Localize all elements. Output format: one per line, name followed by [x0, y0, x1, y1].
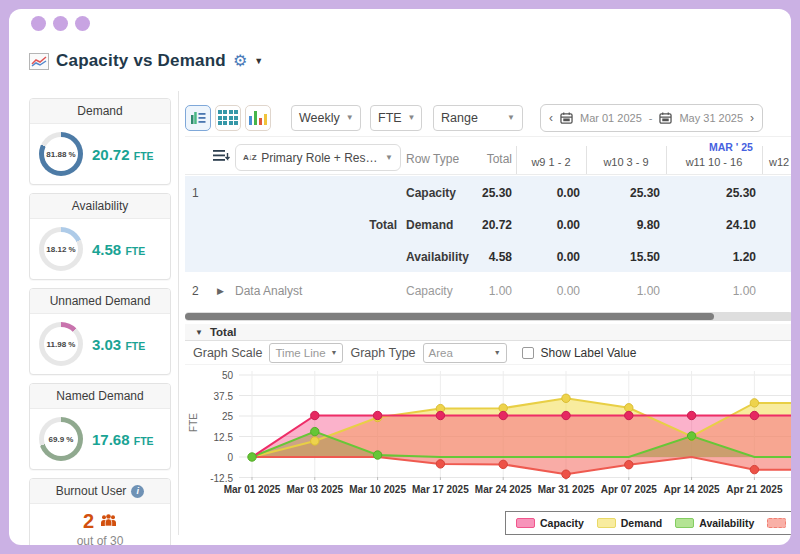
chevron-down-icon: ▼: [331, 349, 338, 356]
table-row[interactable]: 1 Capacity 25.30 0.00 25.30 25.30: [185, 177, 791, 209]
month-group-header: MAR ' 25: [683, 141, 779, 153]
date-from[interactable]: Mar 01 2025: [580, 112, 642, 124]
chart-canvas: [185, 365, 791, 481]
calendar-icon: [659, 112, 672, 124]
y-tick-label: 12.5: [203, 432, 233, 443]
week-header: w10 3 - 9: [586, 156, 666, 168]
week-header: w12: [769, 156, 791, 168]
view-grid-button[interactable]: [215, 105, 241, 131]
window-control-dot[interactable]: [75, 16, 90, 31]
sidebar-divider: [178, 91, 179, 535]
title-dropdown-caret-icon[interactable]: ▼: [254, 56, 263, 66]
metric-card-title: Unnamed Demand: [30, 289, 170, 314]
metric-card-title: Named Demand: [30, 384, 170, 409]
x-tick-label: Mar 03 2025: [280, 484, 350, 495]
show-label-value-checkbox[interactable]: [522, 347, 534, 359]
window-control-dot[interactable]: [53, 16, 68, 31]
range-select[interactable]: Range▼: [433, 105, 523, 131]
chevron-down-icon: ▼: [507, 113, 515, 122]
show-label-value-label: Show Label Value: [541, 346, 637, 360]
graph-scale-label: Graph Scale: [193, 346, 262, 360]
window-controls: [31, 16, 90, 31]
metric-card-named-demand: Named Demand 69.9 % 17.68 FTE: [29, 383, 171, 470]
chevron-down-icon: ▼: [385, 153, 393, 162]
date-to[interactable]: May 31 2025: [679, 112, 743, 124]
table-row[interactable]: Availability 4.58 0.00 15.50 1.20: [185, 241, 791, 273]
table-row[interactable]: 2 ▶ Data Analyst Capacity 1.00 0.00 1.00…: [185, 275, 791, 307]
metric-card-burnout: Burnout User i 2 out of 30: [29, 478, 171, 545]
legend-swatch: [675, 518, 694, 528]
x-tick-label: Mar 01 2025: [217, 484, 287, 495]
period-select[interactable]: Weekly▼: [291, 105, 361, 131]
chevron-down-icon: ▼: [408, 113, 416, 122]
info-icon[interactable]: i: [131, 485, 144, 498]
donut-chart: 81.88 %: [39, 132, 83, 176]
date-separator: -: [649, 112, 653, 124]
metric-card-title: Availability: [30, 194, 170, 219]
toolbar: Weekly▼ FTE▼ Range▼ ‹ Mar 01 2025 - May …: [185, 99, 791, 137]
section-title: Total: [210, 326, 237, 338]
metric-select[interactable]: FTE▼: [370, 105, 422, 131]
horizontal-scrollbar[interactable]: [185, 312, 791, 321]
donut-chart: 69.9 %: [39, 417, 83, 461]
chart-legend: Capacity Demand Availability Shortage: [505, 511, 791, 535]
sort-menu-icon[interactable]: [213, 149, 230, 167]
grid-icon: [218, 110, 239, 125]
x-tick-label: Apr 07 2025: [594, 484, 664, 495]
y-tick-label: 25: [203, 411, 233, 422]
page-title: Capacity vs Demand: [56, 51, 226, 71]
table-header: A↓Z Primary Role + Resource... ▼ Row Typ…: [185, 141, 791, 175]
donut-chart: 18.12 %: [39, 227, 83, 271]
grouping-select[interactable]: A↓Z Primary Role + Resource... ▼: [235, 144, 401, 171]
chevron-down-icon: ▼: [346, 113, 354, 122]
next-range-button[interactable]: ›: [750, 112, 754, 124]
metric-card-title: Burnout User: [56, 484, 127, 498]
expand-row-icon[interactable]: ▶: [217, 286, 224, 296]
x-tick-label: Mar 31 2025: [531, 484, 601, 495]
bar-chart-icon: [249, 110, 268, 125]
column-header-total: Total: [442, 152, 512, 166]
metric-card-title: Demand: [30, 99, 170, 124]
graph-type-label: Graph Type: [350, 346, 415, 360]
prev-range-button[interactable]: ‹: [549, 112, 553, 124]
metric-value: 20.72 FTE: [92, 146, 154, 163]
area-chart: FTE 5037.52512.50-12.5Mar 01 2025Mar 03 …: [185, 365, 791, 505]
x-tick-label: Mar 17 2025: [405, 484, 475, 495]
legend-item-capacity: Capacity: [516, 517, 584, 529]
metric-card-demand: Demand 81.88 % 20.72 FTE: [29, 98, 171, 185]
view-barchart-button[interactable]: [245, 105, 271, 131]
legend-item-demand: Demand: [597, 517, 662, 529]
calendar-icon: [560, 112, 573, 124]
x-tick-label: Apr 21 2025: [719, 484, 789, 495]
legend-item-shortage: Shortage: [767, 517, 791, 529]
table-row[interactable]: Total Demand 20.72 0.00 9.80 24.10: [185, 209, 791, 241]
graph-type-select[interactable]: Area▼: [423, 343, 507, 363]
main-panel: Weekly▼ FTE▼ Range▼ ‹ Mar 01 2025 - May …: [185, 97, 791, 537]
metric-card-unnamed-demand: Unnamed Demand 11.98 % 3.03 FTE: [29, 288, 171, 375]
settings-gear-icon[interactable]: ⚙: [233, 53, 247, 69]
x-tick-label: Mar 10 2025: [343, 484, 413, 495]
metric-value: 4.58 FTE: [92, 241, 145, 258]
burnout-caption: out of 30: [30, 534, 170, 545]
collapse-caret-icon[interactable]: ▼: [195, 328, 203, 337]
view-combo-button[interactable]: [185, 105, 211, 131]
total-section-header[interactable]: ▼ Total: [185, 324, 791, 341]
window-control-dot[interactable]: [31, 16, 46, 31]
sort-az-icon: A↓Z: [243, 153, 256, 162]
y-tick-label: 37.5: [203, 391, 233, 402]
users-icon: [100, 513, 117, 531]
y-tick-label: 0: [203, 452, 233, 463]
graph-scale-select[interactable]: Time Line▼: [269, 343, 343, 363]
metric-value: 3.03 FTE: [92, 336, 145, 353]
scrollbar-thumb[interactable]: [185, 313, 714, 320]
legend-swatch: [597, 518, 616, 528]
titlebar: Capacity vs Demand ⚙ ▼: [29, 51, 263, 71]
graph-controls: Graph Scale Time Line▼ Graph Type Area▼ …: [185, 341, 791, 365]
x-tick-label: Apr 14 2025: [657, 484, 727, 495]
legend-item-availability: Availability: [675, 517, 754, 529]
app-frame: Capacity vs Demand ⚙ ▼ Demand 81.88 % 20…: [0, 0, 800, 554]
week-header: w11 10 - 16: [666, 156, 762, 168]
legend-swatch: [516, 518, 535, 528]
y-tick-label: -12.5: [203, 473, 233, 484]
donut-chart: 11.98 %: [39, 322, 83, 366]
